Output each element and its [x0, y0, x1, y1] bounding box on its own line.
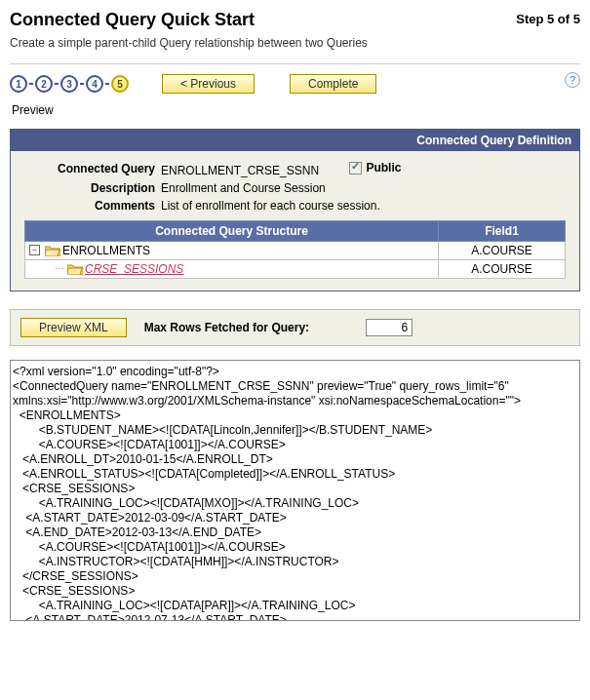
wizard-steps: 1 2 3 4 5 [10, 75, 129, 93]
structure-table: Connected Query Structure Field1 − ENROL… [24, 220, 566, 279]
panel-title: Connected Query Definition [11, 130, 579, 151]
page-title: Connected Query Quick Start [10, 10, 255, 30]
public-label: Public [366, 161, 401, 175]
complete-button[interactable]: Complete [290, 74, 376, 94]
wizard-step-5[interactable]: 5 [111, 75, 129, 93]
col-structure: Connected Query Structure [25, 220, 439, 241]
tree-node-enrollments[interactable]: ENROLLMENTS [62, 244, 150, 257]
wizard-step-4[interactable]: 4 [86, 75, 103, 93]
description-label: Description [24, 181, 161, 195]
description-value: Enrollment and Course Session [161, 181, 566, 195]
folder-open-icon [45, 245, 60, 256]
max-rows-label: Max Rows Fetched for Query: [144, 321, 309, 334]
tree-connector-icon: ⋯ [55, 263, 63, 274]
field-cell: A.COURSE [439, 259, 566, 278]
preview-controls: Preview XML Max Rows Fetched for Query: [10, 309, 580, 346]
step-connector [105, 83, 109, 85]
table-row: ⋯ CRSE_SESSIONS A.COURSE [25, 259, 566, 278]
help-icon[interactable]: ? [565, 72, 580, 88]
tree-node-crse-sessions[interactable]: CRSE_SESSIONS [85, 262, 183, 276]
step-connector [29, 83, 33, 85]
public-checkbox[interactable] [349, 162, 362, 175]
step-indicator: Step 5 of 5 [516, 10, 580, 26]
previous-button[interactable]: < Previous [162, 74, 255, 94]
connected-query-value: ENROLLMENT_CRSE_SSNN [161, 164, 319, 177]
wizard-step-3[interactable]: 3 [60, 75, 78, 93]
connected-query-label: Connected Query [24, 162, 161, 175]
max-rows-input[interactable] [366, 319, 413, 336]
table-row: − ENROLLMENTS A.COURSE [25, 241, 566, 259]
step-connector [55, 83, 59, 85]
definition-panel: Connected Query Definition Connected Que… [10, 129, 580, 292]
divider [10, 63, 580, 64]
collapse-toggle-icon[interactable]: − [29, 245, 40, 255]
wizard-step-2[interactable]: 2 [35, 75, 53, 93]
preview-xml-button[interactable]: Preview XML [20, 318, 127, 337]
wizard-step-1[interactable]: 1 [10, 75, 27, 93]
comments-label: Comments [24, 199, 161, 213]
xml-output[interactable]: <?xml version="1.0" encoding="utf-8"?> <… [10, 360, 580, 621]
step-connector [80, 83, 84, 85]
col-field1: Field1 [439, 220, 566, 241]
page-subtitle: Create a simple parent-child Query relat… [10, 36, 580, 50]
comments-value: List of enrollment for each course sessi… [161, 199, 566, 213]
field-cell: A.COURSE [439, 241, 566, 259]
preview-heading: Preview [12, 103, 580, 117]
folder-open-icon [67, 263, 83, 275]
